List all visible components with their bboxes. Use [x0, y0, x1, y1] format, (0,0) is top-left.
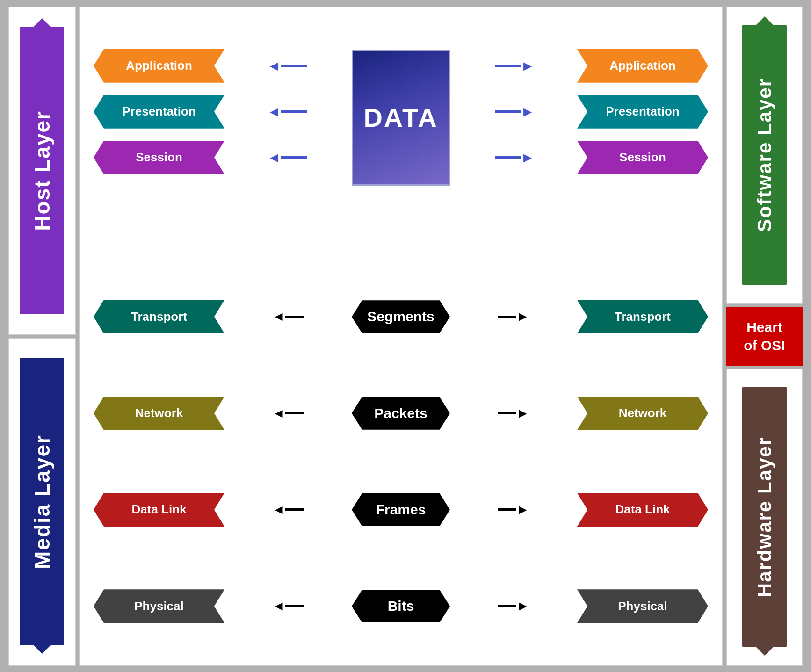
hardware-arrow-head [754, 645, 775, 656]
media-layer-label: Media Layer [29, 434, 55, 569]
app-arrow-left: ◄ [267, 58, 307, 74]
network-row: Network ◄ Packets ► Network [94, 393, 708, 434]
frames-label: Frames [352, 493, 450, 526]
segments-label: Segments [352, 300, 450, 333]
hardware-layer-box: Hardware Layer [726, 369, 803, 666]
software-arrow-head [754, 16, 775, 27]
session-right-label: Session [619, 150, 666, 165]
separator [94, 233, 708, 241]
application-left-label: Application [126, 58, 192, 73]
net-arrow-left: ◄ [272, 406, 304, 421]
dl-arrow-right: ► [498, 502, 529, 517]
presentation-left-label: Presentation [122, 104, 196, 119]
packets-label: Packets [352, 397, 450, 430]
host-layer-label: Host Layer [29, 110, 55, 231]
application-right-label: Application [609, 58, 676, 73]
right-sidebar: Software Layer Heartof OSI Hardware Laye… [726, 7, 803, 666]
phys-arrow-right: ► [498, 599, 529, 614]
app-arrow-right: ► [495, 58, 535, 74]
software-layer-label: Software Layer [753, 78, 776, 232]
datalink-right: Data Link [577, 493, 708, 527]
trans-arrow-right: ► [498, 309, 529, 324]
session-left: Session [94, 141, 224, 174]
main-diagram: DATA Application ◄ [79, 7, 723, 666]
network-right: Network [577, 397, 708, 430]
media-layer-box: Media Layer [8, 338, 76, 666]
hardware-layer-label: Hardware Layer [753, 437, 776, 597]
application-right: Application [577, 49, 708, 83]
datalink-right-label: Data Link [615, 502, 670, 517]
presentation-left: Presentation [94, 95, 224, 129]
host-layer-box: Host Layer [8, 7, 76, 335]
host-layer-banner: Host Layer [20, 27, 64, 314]
datalink-row: Data Link ◄ Frames ► Data Link [94, 489, 708, 530]
frames-text: Frames [376, 502, 426, 518]
data-label: DATA [363, 102, 438, 133]
physical-right: Physical [577, 589, 708, 623]
hardware-layer-banner: Hardware Layer [742, 387, 787, 647]
transport-left: Transport [94, 300, 224, 333]
transport-right: Transport [577, 300, 708, 333]
heart-osi-label: Heartof OSI [744, 318, 785, 354]
packets-text: Packets [374, 405, 427, 421]
heart-osi-box: Heartof OSI [726, 307, 803, 366]
datalink-left: Data Link [94, 493, 224, 527]
pres-arrow-left: ◄ [267, 104, 307, 120]
left-sidebar: Host Layer Media Layer [8, 7, 76, 666]
data-center-box: DATA [352, 50, 450, 186]
host-arrow-head [32, 18, 52, 29]
physical-left: Physical [94, 589, 224, 623]
sess-arrow-left: ◄ [267, 150, 307, 166]
physical-left-label: Physical [134, 599, 184, 614]
software-layer-banner: Software Layer [742, 25, 787, 285]
physical-right-label: Physical [618, 599, 667, 614]
transport-row: Transport ◄ Segments ► Transport [94, 296, 708, 337]
pres-arrow-right: ► [495, 104, 535, 120]
trans-arrow-left: ◄ [272, 309, 304, 324]
session-left-label: Session [136, 150, 182, 165]
application-left: Application [94, 49, 224, 83]
network-left: Network [94, 397, 224, 430]
media-layer-banner: Media Layer [20, 358, 64, 645]
dl-arrow-left: ◄ [272, 502, 304, 517]
network-right-label: Network [619, 406, 667, 420]
physical-row: Physical ◄ Bits ► Physical [94, 585, 708, 627]
segments-text: Segments [367, 309, 434, 325]
network-left-label: Network [135, 406, 183, 420]
media-arrow-head [32, 643, 52, 654]
datalink-left-label: Data Link [131, 502, 186, 517]
bits-text: Bits [388, 598, 414, 614]
transport-left-label: Transport [131, 310, 187, 324]
presentation-right-label: Presentation [606, 104, 680, 119]
transport-right-label: Transport [615, 310, 671, 324]
bits-label: Bits [352, 590, 450, 622]
session-right: Session [577, 141, 708, 174]
top-rows: DATA Application ◄ [94, 45, 708, 178]
net-arrow-right: ► [498, 406, 529, 421]
software-layer-box: Software Layer [726, 7, 803, 304]
presentation-right: Presentation [577, 95, 708, 129]
sess-arrow-right: ► [495, 150, 535, 166]
phys-arrow-left: ◄ [272, 599, 304, 614]
